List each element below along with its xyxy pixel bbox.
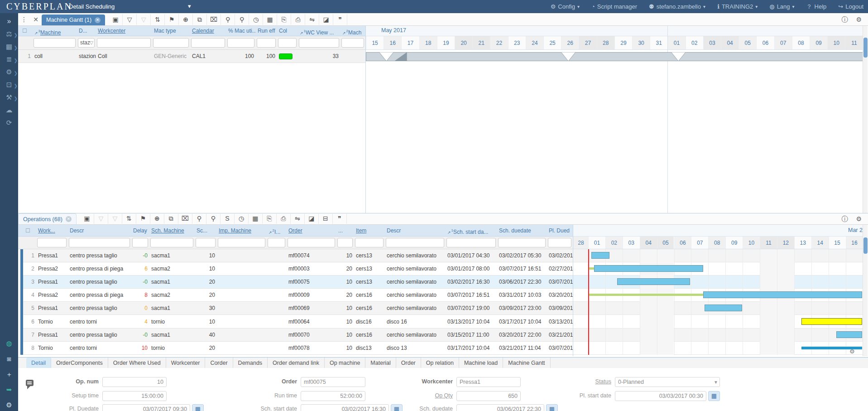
menu-environment[interactable]: ℹTRAINING2▾	[717, 3, 758, 10]
bottom-tab-op-relation[interactable]: Op relation	[421, 358, 459, 368]
sidebar-item-save[interactable]: ◙	[0, 354, 18, 363]
filter-input-workcenter[interactable]	[97, 38, 151, 48]
column-header-Col[interactable]: Col	[277, 26, 298, 36]
menu-logout[interactable]: ↪Logout	[838, 3, 863, 10]
calendar-icon[interactable]: ▦	[263, 14, 277, 25]
export-excel-icon[interactable]: ⎘	[263, 213, 277, 224]
filter-input-run_eff[interactable]	[257, 38, 276, 48]
sidebar-item-scales[interactable]: ⚖❯	[0, 29, 18, 38]
filter-input-delay[interactable]	[132, 238, 148, 247]
calendar-button-sch-duedate[interactable]: ▦	[546, 404, 558, 411]
machine-capacity-band[interactable]	[366, 52, 863, 61]
gantt-bar-op-1[interactable]	[591, 252, 609, 259]
zoom-in-icon[interactable]: ⚲	[192, 213, 206, 224]
sort-clear-icon[interactable]: ⇅	[122, 213, 136, 224]
bottom-tab-order-demand-link[interactable]: Order demand link	[268, 358, 325, 368]
filter-input-wc_view[interactable]	[299, 38, 339, 48]
select-all-checkbox[interactable]: ☐	[22, 28, 27, 34]
bottom-tab-demands[interactable]: Demands	[233, 358, 268, 368]
settings-wrench-icon[interactable]: ⚙	[856, 215, 862, 223]
menu-help[interactable]: ？Help	[806, 3, 827, 11]
select-all-checkbox[interactable]: ☐	[25, 227, 30, 234]
grid-menu-icon[interactable]: ⋮	[18, 16, 30, 25]
column-header-Sch. duedate[interactable]: Sch. duedate	[497, 225, 547, 237]
bottom-tab-detail[interactable]: Detail	[26, 358, 51, 368]
gantt-bar-op-2[interactable]	[594, 265, 703, 272]
filter-input-calendar[interactable]	[191, 38, 225, 48]
menu-user[interactable]: ⚉stefano.zambello▾	[649, 3, 705, 10]
column-header-Descr[interactable]: Descr	[68, 225, 131, 237]
filter-input-sch_due[interactable]	[498, 238, 546, 247]
filter-input-col[interactable]	[278, 38, 297, 48]
sidebar-item-globe[interactable]: ◍	[0, 339, 18, 348]
calendar-icon[interactable]: ▦	[249, 213, 263, 224]
bookmark-icon[interactable]: ⚑	[136, 213, 150, 224]
sidebar-item-add[interactable]: ＋	[0, 370, 18, 378]
operations-row-4[interactable]: 4Pressa2centro pressa di piega8sacma220m…	[23, 289, 573, 302]
filter-input-descr[interactable]	[69, 238, 130, 247]
menu-script-manager[interactable]: ◔Script manager	[591, 3, 637, 10]
zoom-out-icon[interactable]: ⚲	[206, 213, 221, 224]
field-input-op-qty[interactable]: 650	[456, 391, 521, 401]
sidebar-expand-button[interactable]: »	[0, 17, 18, 25]
calendar-button-pl-duedate[interactable]: ▦	[192, 404, 204, 411]
filter-clear-icon[interactable]: ▽	[123, 14, 137, 25]
filter-input-mac_uti[interactable]	[227, 38, 254, 48]
filter-input-i[interactable]	[268, 238, 285, 247]
screenshot-icon[interactable]: ▣	[80, 213, 94, 224]
column-header-Delay[interactable]: Delay	[131, 225, 149, 237]
column-header-Run eff[interactable]: Run eff	[256, 26, 277, 36]
field-input-run-time[interactable]: 52:00:00	[301, 391, 365, 401]
zoom-in-icon[interactable]: ⚲	[221, 14, 235, 25]
field-input-order[interactable]: mf00075	[301, 377, 365, 387]
filter-input-machine[interactable]	[34, 38, 76, 48]
time-icon[interactable]: ◷	[249, 14, 263, 25]
export-pdf-icon[interactable]: ⎙	[277, 213, 291, 224]
sidebar-item-processes[interactable]: ⚙❯	[0, 68, 18, 76]
bottom-tab-corder[interactable]: Corder	[205, 358, 233, 368]
tab-close-icon[interactable]: ✕	[66, 216, 72, 222]
gantt-bar-op-3[interactable]	[617, 278, 690, 285]
add-icon[interactable]: ⊕	[150, 213, 164, 224]
sidebar-item-cloud[interactable]: ☁	[0, 106, 18, 114]
sidebar-item-refresh[interactable]: ⟳	[0, 118, 18, 127]
filter-input-work[interactable]	[37, 238, 67, 247]
dropdown-box-icon[interactable]: ⊟	[319, 213, 333, 224]
operations-row-3[interactable]: 3Pressa1centro pressa taglio-0sacma120mf…	[23, 276, 573, 289]
filter-input-imp_machine[interactable]	[218, 238, 265, 247]
operations-row-1[interactable]: 1Pressa1centro pressa taglio-0sacma110mf…	[23, 249, 573, 262]
schedule-s-icon[interactable]: S	[221, 213, 235, 224]
column-header-select[interactable]: ☐	[24, 225, 36, 237]
column-header-...[interactable]: ...	[336, 225, 354, 237]
field-input-pl-start-date[interactable]: 03/03/2017 00:30	[615, 391, 706, 401]
comment-icon[interactable]: ❞	[333, 213, 347, 224]
delete-icon[interactable]: ⌧	[178, 213, 192, 224]
close-panel-icon[interactable]: ✕	[30, 16, 42, 25]
filter-input-sc[interactable]	[196, 238, 216, 247]
tab-operations-68-[interactable]: Operations (68)✕	[18, 213, 77, 224]
operations-row-7[interactable]: 7Pressa1centro pressa taglio-0sacma140mf…	[23, 329, 573, 342]
filter-input-pl_due[interactable]	[548, 238, 571, 247]
column-header-select[interactable]: ☐	[20, 26, 33, 36]
sidebar-item-workstation[interactable]: ⊡❯	[0, 80, 18, 89]
bottom-tab-machine-load[interactable]: Machine load	[459, 358, 503, 368]
zoom-out-icon[interactable]: ⚲	[235, 14, 249, 25]
export-pdf-icon[interactable]: ⎙	[291, 14, 305, 25]
machine-gantt-scrollbar[interactable]	[863, 26, 868, 213]
field-input-workcenter[interactable]: Pressa1	[456, 377, 521, 387]
filter-input-descr2[interactable]	[386, 238, 444, 247]
column-header-Workcenter[interactable]: Workcenter	[96, 26, 152, 36]
app-menu-caret[interactable]: ▾	[188, 3, 191, 10]
column-header-Item[interactable]: Item	[354, 225, 385, 237]
column-header-% Mac uti...[interactable]: % Mac uti...	[226, 26, 256, 36]
operations-row-2[interactable]: 2Pressa2centro pressa di piega6sacma210m…	[23, 262, 573, 276]
filter-input-order[interactable]	[288, 238, 335, 247]
gantt-bar-op-4[interactable]	[703, 291, 862, 298]
filter-input-sch_machine[interactable]	[150, 238, 193, 247]
info-icon[interactable]: ⓘ	[841, 215, 848, 223]
tab-close-icon[interactable]: ✕	[95, 17, 101, 23]
sidebar-item-export[interactable]: ➥	[0, 385, 18, 394]
column-header-Mac type[interactable]: Mac type	[152, 26, 190, 36]
gantt-bar-op-5[interactable]	[705, 305, 742, 311]
operations-row-6[interactable]: 6Torniocentro torni4tornio10mf0006410dis…	[23, 315, 573, 329]
